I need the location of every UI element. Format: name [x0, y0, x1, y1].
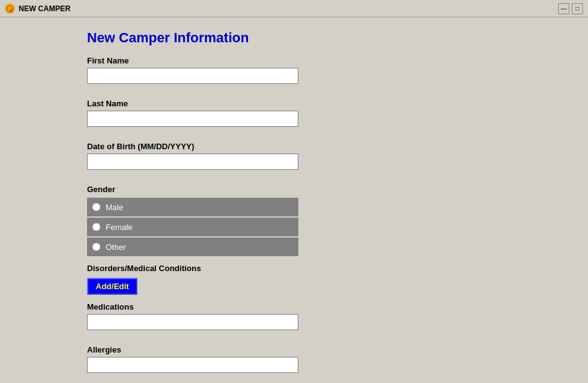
- gender-female-option[interactable]: Female: [87, 218, 298, 236]
- first-name-group: First Name: [87, 56, 569, 91]
- disorders-label: Disorders/Medical Conditions: [87, 264, 569, 273]
- dob-input[interactable]: [87, 154, 298, 170]
- gender-male-radio[interactable]: [92, 203, 101, 211]
- app-window: ⛺ NEW CAMPER — □ New Camper Information …: [0, 0, 588, 383]
- medications-group: Medications: [87, 302, 569, 338]
- first-name-input[interactable]: [87, 68, 298, 84]
- last-name-group: Last Name: [87, 99, 569, 134]
- last-name-input[interactable]: [87, 111, 298, 127]
- allergies-label: Allergies: [87, 345, 569, 354]
- page-title: New Camper Information: [87, 30, 569, 46]
- svg-text:⛺: ⛺: [7, 6, 13, 12]
- allergies-group: Allergies: [87, 345, 569, 381]
- medications-label: Medications: [87, 302, 569, 311]
- gender-label: Gender: [87, 185, 569, 194]
- gender-male-option[interactable]: Male: [87, 198, 298, 216]
- content-area: New Camper Information First Name Last N…: [0, 17, 588, 383]
- allergies-input[interactable]: [87, 357, 298, 373]
- gender-other-option[interactable]: Other: [87, 238, 298, 256]
- app-icon: ⛺: [5, 4, 15, 14]
- medications-input[interactable]: [87, 314, 298, 330]
- dob-label: Date of Birth (MM/DD/YYYY): [87, 142, 569, 151]
- gender-female-radio[interactable]: [92, 223, 101, 231]
- maximize-button[interactable]: □: [572, 3, 583, 14]
- minimize-button[interactable]: —: [558, 3, 569, 14]
- gender-male-label: Male: [106, 203, 123, 212]
- gender-female-label: Female: [106, 223, 132, 232]
- title-bar-left: ⛺ NEW CAMPER: [5, 4, 70, 14]
- add-edit-button[interactable]: Add/Edit: [87, 278, 137, 295]
- last-name-label: Last Name: [87, 99, 569, 108]
- gender-other-radio[interactable]: [92, 242, 101, 251]
- title-bar: ⛺ NEW CAMPER — □: [0, 0, 588, 17]
- gender-section: Gender Male Female Other: [87, 185, 569, 256]
- window-controls: — □: [558, 3, 583, 14]
- disorders-section: Disorders/Medical Conditions Add/Edit: [87, 264, 569, 295]
- first-name-label: First Name: [87, 56, 569, 65]
- gender-other-label: Other: [106, 242, 126, 252]
- dob-group: Date of Birth (MM/DD/YYYY): [87, 142, 569, 177]
- window-title: NEW CAMPER: [19, 4, 70, 13]
